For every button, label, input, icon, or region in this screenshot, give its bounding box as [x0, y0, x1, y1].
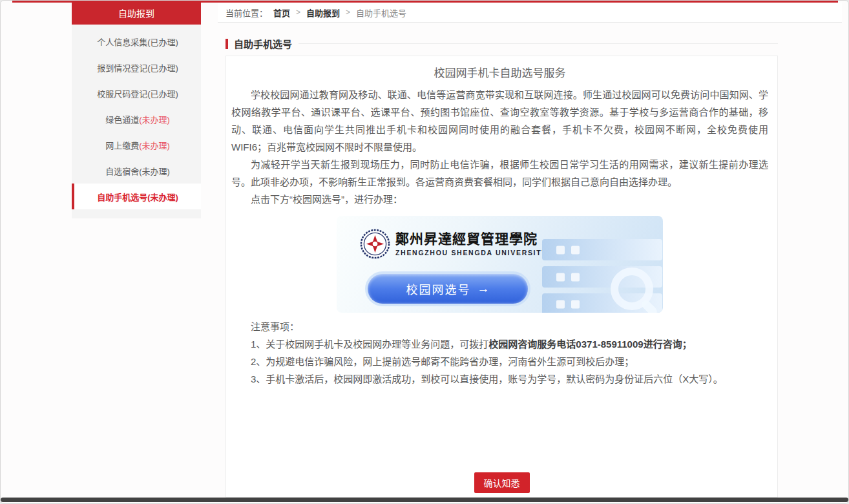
- bottom-dark-bar: [1, 498, 848, 502]
- sidebar-item-label: 个人信息采集: [97, 36, 147, 48]
- hotline-phone-number: 校园网咨询服务电话0371-85911009进行咨询: [488, 339, 682, 350]
- note-3: 3、手机卡激活后，校园网即激活成功，到校可以直接使用，账号为学号，默认密码为身份…: [231, 370, 768, 388]
- breadcrumb-current: 自助手机选号: [356, 6, 406, 19]
- section-divider-line: [299, 43, 778, 44]
- sidebar-item-status: (未办理): [139, 139, 170, 151]
- sidebar-item-status: (未办理): [139, 113, 170, 125]
- breadcrumb-separator: >: [346, 8, 350, 17]
- breadcrumb-link-self-checkin[interactable]: 自助报到: [306, 6, 340, 19]
- cta-button-label: 校园网选号: [406, 280, 471, 297]
- breadcrumb-prefix: 当前位置：: [225, 6, 267, 19]
- university-name-en: ZHENGZHOU SHENGDA UNIVERSITY: [395, 249, 547, 257]
- sidebar-item-label: 自助手机选号: [97, 191, 147, 203]
- content-panel: 校园网手机卡自助选号服务 学校校园网通过教育网及移动、联通、电信等运营商宽带实现…: [225, 56, 778, 498]
- arrow-right-icon: →: [477, 282, 490, 296]
- article-title: 校园网手机卡自助选号服务: [231, 65, 768, 82]
- sidebar: 自助报到 个人信息采集(已办理) 报到情况登记(已办理) 校服尺码登记(已办理)…: [72, 3, 201, 218]
- server-rack-bar-icon: [542, 239, 662, 260]
- sidebar-item-phone-number-selection[interactable]: 自助手机选号(未办理): [72, 184, 201, 209]
- sidebar-item-uniform-size[interactable]: 校服尺码登记(已办理): [72, 80, 201, 106]
- campus-network-select-number-button[interactable]: 校园网选号 →: [368, 274, 528, 304]
- breadcrumb-link-home[interactable]: 首页: [273, 6, 290, 19]
- sidebar-item-label: 绿色通道: [105, 113, 139, 125]
- sidebar-item-green-channel[interactable]: 绿色通道(未办理): [72, 106, 201, 132]
- article-paragraph-3: 点击下方“校园网选号”，进行办理：: [231, 191, 768, 208]
- confirm-acknowledge-button[interactable]: 确认知悉: [474, 472, 530, 493]
- sidebar-item-personal-info[interactable]: 个人信息采集(已办理): [72, 28, 201, 54]
- main-area: 当前位置： 首页 > 自助报到 > 自助手机选号 自助手机选号 校园网手机卡自助…: [218, 3, 842, 498]
- university-logo-icon: [360, 229, 390, 259]
- university-name-block: 鄭州昇達經貿管理學院 ZHENGZHOU SHENGDA UNIVERSITY: [395, 231, 547, 256]
- section-header: 自助手机选号: [225, 37, 778, 50]
- article-paragraph-2: 为减轻开学当天新生报到现场压力，同时防止电信诈骗，根据师生校园日常学习生活的用网…: [231, 156, 768, 191]
- sidebar-header: 自助报到: [72, 3, 201, 25]
- page-title: 自助手机选号: [234, 37, 292, 50]
- university-name-cn: 鄭州昇達經貿管理學院: [395, 231, 547, 247]
- campus-network-banner[interactable]: 鄭州昇達經貿管理學院 ZHENGZHOU SHENGDA UNIVERSITY …: [337, 216, 663, 313]
- sidebar-item-online-payment[interactable]: 网上缴费(未办理): [72, 132, 201, 158]
- sidebar-menu: 个人信息采集(已办理) 报到情况登记(已办理) 校服尺码登记(已办理) 绿色通道…: [72, 25, 201, 218]
- sidebar-item-label: 自选宿舍: [105, 165, 139, 177]
- app-window: 自助报到 个人信息采集(已办理) 报到情况登记(已办理) 校服尺码登记(已办理)…: [0, 0, 849, 504]
- notes-heading: 注意事项：: [231, 318, 768, 335]
- sidebar-item-label: 校服尺码登记: [97, 87, 147, 100]
- sidebar-item-status: (未办理): [139, 165, 170, 177]
- sidebar-item-checkin-register[interactable]: 报到情况登记(已办理): [72, 54, 201, 80]
- sidebar-item-status: (未办理): [147, 191, 178, 203]
- sidebar-item-label: 报到情况登记: [97, 61, 147, 74]
- breadcrumb: 当前位置： 首页 > 自助报到 > 自助手机选号: [218, 3, 842, 23]
- sidebar-item-label: 网上缴费: [105, 139, 139, 151]
- note-1: 1、关于校园网手机卡及校园网办理等业务问题，可拨打校园网咨询服务电话0371-8…: [231, 335, 768, 353]
- breadcrumb-separator: >: [296, 8, 300, 17]
- article-paragraph-1: 学校校园网通过教育网及移动、联通、电信等运营商宽带实现和互联网连接。师生通过校园…: [231, 86, 768, 156]
- section-accent-bar: [225, 39, 228, 49]
- sidebar-item-status: (已办理): [147, 87, 178, 100]
- university-logo-row: 鄭州昇達經貿管理學院 ZHENGZHOU SHENGDA UNIVERSITY: [360, 229, 547, 259]
- sidebar-item-dorm-selection[interactable]: 自选宿舍(未办理): [72, 158, 201, 184]
- sidebar-item-status: (已办理): [147, 61, 178, 74]
- note-2: 2、为规避电信诈骗风险，网上提前选号邮寄不能跨省办理，河南省外生源可到校后办理；: [231, 353, 768, 370]
- sidebar-item-status: (已办理): [147, 36, 178, 48]
